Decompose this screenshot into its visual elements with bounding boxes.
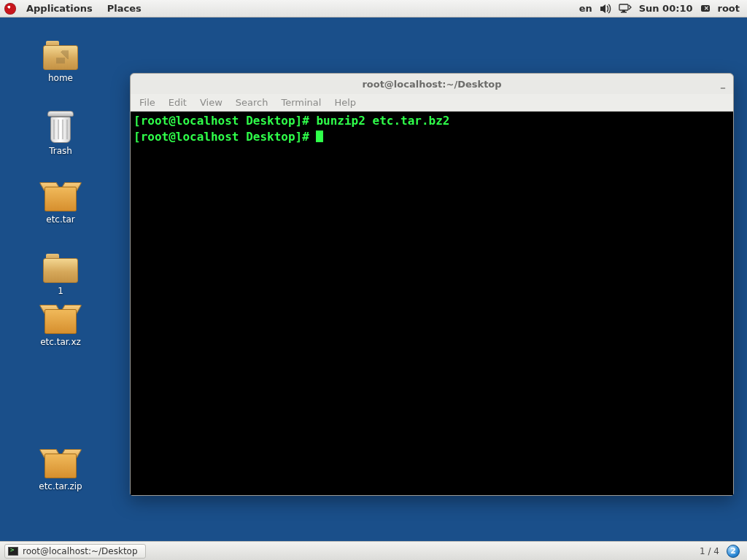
terminal-icon (8, 547, 18, 556)
notification-icon[interactable]: ✕ (700, 4, 711, 14)
archive-icon (44, 305, 77, 334)
trash-icon (46, 111, 75, 143)
desktop-icon-folder-1[interactable]: 1 (20, 254, 101, 296)
top-panel: Applications Places en Sun 00:10 ✕ root (0, 0, 747, 18)
folder-icon (43, 254, 78, 283)
terminal-output[interactable]: [root@localhost Desktop]# bunzip2 etc.ta… (131, 112, 733, 495)
places-menu[interactable]: Places (103, 3, 146, 14)
user-menu[interactable]: root (718, 3, 740, 14)
clock[interactable]: Sun 00:10 (639, 3, 693, 14)
svg-text:✕: ✕ (703, 5, 708, 12)
desktop-icon-label: 1 (20, 286, 101, 296)
menu-search[interactable]: Search (236, 97, 268, 108)
window-title: root@localhost:~/Desktop (362, 79, 501, 90)
svg-rect-0 (619, 4, 628, 10)
desktop-icon-etc-tar-zip[interactable]: etc.tar.zip (20, 449, 101, 491)
distro-logo-icon (4, 3, 16, 15)
notification-badge[interactable]: 2 (727, 545, 740, 558)
applications-menu[interactable]: Applications (22, 3, 97, 14)
shell-prompt: [root@localhost Desktop]# (133, 130, 316, 144)
shell-command: bunzip2 etc.tar.bz2 (316, 114, 449, 128)
desktop[interactable]: home Trash etc.tar 1 etc.tar.xz etc.tar.… (0, 18, 747, 541)
desktop-icon-label: Trash (20, 146, 101, 156)
desktop-icon-label: home (20, 73, 101, 83)
desktop-icon-etc-tar-xz[interactable]: etc.tar.xz (20, 305, 101, 347)
svg-rect-2 (621, 12, 627, 13)
workspace-indicator[interactable]: 1 / 4 (700, 546, 719, 556)
desktop-icon-label: etc.tar (20, 214, 101, 225)
menu-view[interactable]: View (200, 97, 222, 108)
volume-icon[interactable] (600, 4, 611, 14)
taskbar-entry-terminal[interactable]: root@localhost:~/Desktop (4, 544, 146, 559)
desktop-icon-etc-tar[interactable]: etc.tar (20, 182, 101, 225)
archive-icon (44, 182, 77, 211)
desktop-icon-home[interactable]: home (20, 41, 101, 83)
terminal-window[interactable]: root@localhost:~/Desktop – File Edit Vie… (130, 73, 734, 496)
shell-prompt: [root@localhost Desktop]# (133, 114, 316, 128)
terminal-menubar: File Edit View Search Terminal Help (131, 94, 733, 112)
svg-rect-1 (622, 10, 625, 12)
taskbar-entry-label: root@localhost:~/Desktop (23, 546, 138, 556)
menu-edit[interactable]: Edit (169, 97, 187, 108)
desktop-icon-trash[interactable]: Trash (20, 111, 101, 156)
archive-icon (44, 449, 77, 478)
minimize-icon[interactable]: – (720, 84, 726, 91)
menu-file[interactable]: File (139, 97, 155, 108)
terminal-cursor (316, 131, 323, 142)
window-titlebar[interactable]: root@localhost:~/Desktop – (131, 74, 733, 94)
menu-help[interactable]: Help (334, 97, 356, 108)
menu-terminal[interactable]: Terminal (281, 97, 321, 108)
input-language-indicator[interactable]: en (579, 3, 592, 14)
home-folder-icon (43, 41, 78, 70)
desktop-icon-label: etc.tar.zip (20, 481, 101, 491)
network-icon[interactable] (619, 4, 632, 14)
bottom-panel: root@localhost:~/Desktop 1 / 4 2 (0, 541, 747, 560)
desktop-icon-label: etc.tar.xz (20, 337, 101, 347)
